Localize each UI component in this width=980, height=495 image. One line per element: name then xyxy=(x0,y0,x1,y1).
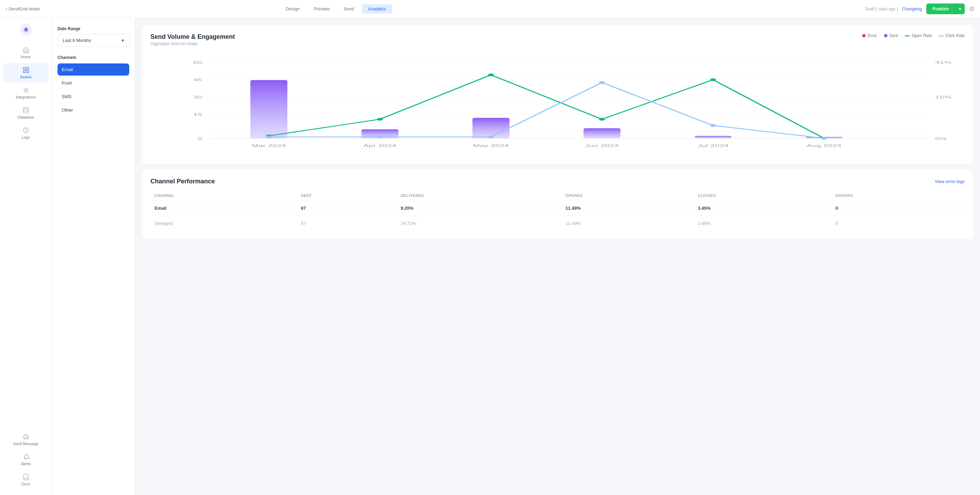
bar-jun2024 xyxy=(584,128,620,138)
svg-rect-4 xyxy=(26,71,29,73)
open-dot-1 xyxy=(377,118,383,121)
main-layout: Home Assets Integrations Database Logs xyxy=(0,18,980,495)
svg-text:May 2024: May 2024 xyxy=(473,143,509,148)
cell-sendgrid-errors: 0 xyxy=(831,216,965,231)
channels-label: Channels xyxy=(57,55,129,60)
chart-card: Send Volume & Engagement Aggregate chann… xyxy=(142,25,973,164)
click-dot-1 xyxy=(377,135,383,138)
content-area: Send Volume & Engagement Aggregate chann… xyxy=(135,18,980,495)
sidebar-item-database-label: Database xyxy=(18,115,34,119)
publish-dropdown-button[interactable]: ▾ xyxy=(955,3,965,14)
sidebar-item-alerts[interactable]: Alerts xyxy=(3,450,49,470)
svg-text:60: 60 xyxy=(193,60,202,65)
tab-analytics[interactable]: Analytics xyxy=(362,4,392,14)
channel-item-other[interactable]: Other xyxy=(57,104,129,116)
back-button[interactable]: ‹ SendGrid-tester xyxy=(6,6,40,12)
sidebar-item-alerts-label: Alerts xyxy=(21,462,30,466)
click-dot-5 xyxy=(821,137,827,140)
table-row-email: Email 87 9.20% 11.49% 3.45% 0 xyxy=(150,201,965,216)
channel-item-push[interactable]: Push xyxy=(57,77,129,89)
table-header: Channel Performance View error logs xyxy=(150,178,965,185)
sidebar-bottom: Send Message Alerts Docs xyxy=(0,430,52,489)
chart-header: Send Volume & Engagement Aggregate chann… xyxy=(150,33,965,46)
cell-email-channel: Email xyxy=(150,201,297,216)
click-rate-line xyxy=(939,35,943,37)
legend-error-label: Error xyxy=(868,33,877,38)
channel-item-email[interactable]: Email xyxy=(57,64,129,76)
open-rate-line xyxy=(905,35,910,37)
legend-sent-label: Sent xyxy=(889,33,898,38)
svg-text:Jun 2024: Jun 2024 xyxy=(585,143,619,148)
tab-send[interactable]: Send xyxy=(337,4,360,14)
click-dot-0 xyxy=(266,135,272,138)
svg-text:15: 15 xyxy=(193,112,202,117)
cell-sendgrid-channel: Sendgrid xyxy=(150,216,297,231)
channel-list: Email Push SMS Other xyxy=(57,64,129,116)
cell-email-sent: 87 xyxy=(297,201,397,216)
bar-mar2024 xyxy=(250,80,287,138)
sidebar-item-docs[interactable]: Docs xyxy=(3,470,49,489)
cell-sendgrid-opened: 11.49% xyxy=(562,216,694,231)
svg-text:Aug 2024: Aug 2024 xyxy=(807,143,842,148)
sidebar-item-assets[interactable]: Assets xyxy=(3,63,49,83)
svg-text:41%: 41% xyxy=(935,60,951,65)
publish-button[interactable]: Publish xyxy=(926,3,955,14)
date-range-value: Last 6 Months xyxy=(63,38,91,43)
sidebar-item-home[interactable]: Home xyxy=(3,43,49,62)
nav-tabs: Design Preview Send Analytics xyxy=(280,4,392,14)
svg-point-6 xyxy=(23,107,29,109)
click-dot-2 xyxy=(488,135,494,138)
sidebar-item-home-label: Home xyxy=(21,55,31,59)
legend-click-rate-label: Click Rate xyxy=(946,33,965,38)
changelog-link[interactable]: Changelog xyxy=(902,6,922,11)
performance-table: CHANNEL SENT DELIVERED OPENED CLICKED ER… xyxy=(150,191,965,231)
sidebar-item-send-message[interactable]: Send Message xyxy=(3,430,49,449)
back-icon: ‹ xyxy=(6,6,7,12)
svg-text:30: 30 xyxy=(193,95,202,99)
cell-email-delivered: 9.20% xyxy=(396,201,562,216)
svg-point-5 xyxy=(25,89,27,91)
sidebar-nav: Home Assets Integrations Database Logs xyxy=(0,43,52,430)
sidebar-item-logs-label: Logs xyxy=(22,135,30,139)
svg-text:Mar 2024: Mar 2024 xyxy=(251,143,286,148)
date-range-dropdown[interactable]: Last 6 Months ▾ xyxy=(57,34,129,47)
sidebar-item-logs[interactable]: Logs xyxy=(3,123,49,143)
sidebar-item-send-message-label: Send Message xyxy=(13,442,38,446)
error-dot xyxy=(862,34,865,37)
svg-rect-3 xyxy=(23,71,25,73)
open-dot-4 xyxy=(710,78,716,81)
chart-legend: Error Sent Open Rate Click Rate xyxy=(862,33,965,38)
chart-container: 60 45 30 15 0 41% 15% 0% xyxy=(150,52,965,156)
channel-item-sms[interactable]: SMS xyxy=(57,91,129,103)
svg-text:45: 45 xyxy=(193,78,202,82)
cell-email-clicked: 3.45% xyxy=(694,201,831,216)
col-channel: CHANNEL xyxy=(150,191,297,201)
sidebar-item-integrations[interactable]: Integrations xyxy=(3,83,49,103)
bar-jul2024 xyxy=(694,136,732,138)
settings-icon[interactable]: ⚙ xyxy=(969,5,974,13)
table-title: Channel Performance xyxy=(150,178,215,185)
svg-rect-1 xyxy=(23,68,25,70)
view-error-logs-link[interactable]: View error logs xyxy=(935,179,965,184)
cell-email-opened: 11.49% xyxy=(562,201,694,216)
col-delivered: DELIVERED xyxy=(396,191,562,201)
logo xyxy=(20,24,32,36)
sidebar-item-assets-label: Assets xyxy=(20,75,32,79)
col-sent: SENT xyxy=(297,191,397,201)
sidebar-item-database[interactable]: Database xyxy=(3,103,49,123)
svg-text:Jul 2024: Jul 2024 xyxy=(698,143,729,148)
open-dot-3 xyxy=(599,118,605,121)
sent-dot xyxy=(884,34,888,37)
cell-email-errors: 0 xyxy=(831,201,965,216)
svg-text:Apr 2024: Apr 2024 xyxy=(364,143,396,148)
legend-click-rate: Click Rate xyxy=(939,33,965,38)
svg-rect-2 xyxy=(26,68,29,70)
tab-preview[interactable]: Preview xyxy=(307,4,336,14)
cell-sendgrid-clicked: 3.45% xyxy=(694,216,831,231)
date-range-label: Date Range xyxy=(57,26,129,31)
click-rate-line-path xyxy=(269,83,824,138)
app-title: SendGrid-tester xyxy=(9,6,41,11)
tab-design[interactable]: Design xyxy=(280,4,306,14)
col-clicked: CLICKED xyxy=(694,191,831,201)
legend-open-rate: Open Rate xyxy=(905,33,932,38)
